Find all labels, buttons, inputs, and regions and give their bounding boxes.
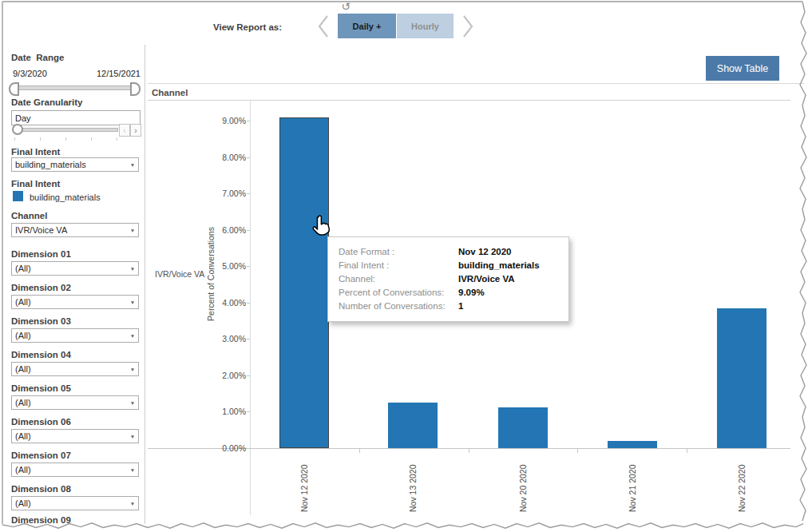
plot-left-border [250, 101, 251, 515]
date-granularity-slider[interactable] [13, 128, 118, 132]
x-axis-label: Nov 12 2020 [299, 451, 309, 512]
date-granularity-slider-handle[interactable] [12, 124, 23, 135]
channel-select[interactable]: IVR/Voice VA ▼ [11, 223, 139, 237]
tooltip-value: 9.09% [458, 286, 560, 300]
tooltip-row: Number of Conversations:1 [339, 300, 560, 313]
tooltip-label: Number of Conversations: [339, 300, 458, 313]
dimension-06-select[interactable]: (All)▼ [11, 429, 139, 443]
daily-toggle-button[interactable]: Daily + [338, 14, 396, 38]
channel-value: IVR/Voice VA [12, 225, 127, 235]
tooltip-value: 1 [458, 300, 560, 313]
y-tick-label: 8.00% [209, 153, 246, 162]
dimension-04-label: Dimension 04 [11, 350, 71, 359]
tooltip-row: Percent of Conversations:9.09% [339, 286, 560, 300]
final-intent-filter-label: Final Intent [11, 147, 60, 157]
chevron-down-icon: ▼ [127, 266, 138, 272]
previous-view-chevron-icon[interactable] [316, 14, 331, 39]
show-table-button[interactable]: Show Table [706, 56, 779, 81]
chart-title: Channel [152, 88, 188, 97]
tooltip-row: Channel:IVR/Voice VA [339, 272, 560, 286]
dimension-value: (All) [12, 431, 127, 441]
dimension-05-select[interactable]: (All)▼ [11, 395, 139, 410]
tooltip-value: building_materials [458, 259, 560, 272]
chart-title-underline [148, 100, 790, 101]
y-tick-mark [247, 266, 250, 267]
dimension-01-label: Dimension 01 [11, 249, 71, 259]
granularity-prev-button[interactable]: ‹ [119, 124, 130, 137]
x-axis-label: Nov 21 2020 [628, 451, 637, 512]
date-range-start-handle[interactable] [9, 82, 19, 96]
slider-tick [40, 137, 41, 141]
hand-cursor-icon [309, 214, 333, 240]
y-tick-label: 5.00% [209, 261, 246, 271]
hourly-toggle-button[interactable]: Hourly [397, 14, 454, 38]
date-range-slider[interactable] [13, 85, 135, 90]
slider-tick [65, 137, 66, 141]
tooltip-label: Date Format : [339, 245, 458, 259]
dimension-03-select[interactable]: (All)▼ [11, 328, 139, 343]
y-tick-label: 0.00% [209, 443, 246, 453]
dashboard: View Report as: ↺ Daily + Hourly Show Ta… [0, 0, 812, 532]
row-label: IVR/Voice VA [155, 269, 204, 279]
dimension-value: (All) [12, 498, 127, 508]
bar-nov-13-2020[interactable] [388, 403, 438, 448]
y-tick-label: 2.00% [209, 371, 246, 380]
x-axis-label: Nov 20 2020 [518, 451, 528, 512]
sidebar-divider [145, 45, 145, 524]
granularity-next-button[interactable]: › [130, 124, 141, 137]
final-intent-select[interactable]: building_materials ▼ [11, 157, 139, 172]
y-tick-mark [247, 230, 250, 231]
final-intent-legend-title: Final Intent [11, 179, 60, 189]
chevron-down-icon: ▼ [127, 367, 138, 372]
dimension-07-select[interactable]: (All)▼ [11, 463, 139, 477]
dimension-value: (All) [12, 297, 127, 307]
tooltip-row: Final Intent :building_materials [339, 259, 560, 272]
y-tick-mark [247, 121, 250, 121]
legend-swatch[interactable] [13, 191, 23, 201]
x-boundary-tick [469, 449, 469, 453]
next-view-chevron-icon[interactable] [461, 14, 475, 39]
view-report-as-label: View Report as: [213, 22, 282, 32]
date-granularity-label: Date Granularity [11, 97, 82, 107]
chevron-down-icon: ▼ [127, 333, 138, 339]
dimension-value: (All) [12, 364, 127, 374]
bar-nov-21-2020[interactable] [608, 441, 657, 448]
tooltip-value: Nov 12 2020 [458, 245, 560, 259]
chevron-down-icon: ▼ [127, 400, 138, 406]
dimension-09-label: Dimension 09 [11, 515, 71, 525]
dimension-value: (All) [12, 465, 127, 474]
refresh-icon[interactable]: ↺ [339, 0, 353, 13]
y-tick-mark [247, 193, 250, 194]
dimension-06-label: Dimension 06 [11, 417, 71, 427]
dimension-02-label: Dimension 02 [11, 283, 71, 292]
legend-item-label: building_materials [30, 193, 101, 202]
dimension-value: (All) [12, 398, 127, 407]
date-range-end-handle[interactable] [130, 82, 141, 96]
bar-nov-22-2020[interactable] [717, 308, 766, 448]
x-boundary-tick [359, 449, 360, 453]
slider-tick [117, 137, 117, 141]
x-boundary-tick [577, 449, 578, 453]
bar-nov-20-2020[interactable] [498, 407, 548, 448]
y-tick-label: 3.00% [209, 334, 246, 343]
y-tick-mark [247, 411, 250, 412]
y-tick-label: 1.00% [209, 407, 246, 416]
dimension-08-select[interactable]: (All)▼ [11, 496, 139, 510]
dimension-02-select[interactable]: (All)▼ [11, 295, 139, 309]
slider-tick [91, 137, 92, 141]
top-divider [148, 83, 804, 84]
date-range-end: 12/15/2021 [85, 69, 141, 78]
dimension-01-select[interactable]: (All)▼ [11, 261, 139, 276]
dimension-04-select[interactable]: (All)▼ [11, 362, 139, 376]
chevron-down-icon: ▼ [127, 501, 138, 506]
y-tick-label: 7.00% [209, 189, 246, 198]
bar-nov-12-2020[interactable] [279, 117, 329, 448]
tooltip-label: Percent of Conversations: [339, 286, 458, 300]
channel-filter-label: Channel [11, 211, 47, 220]
y-tick-label: 6.00% [209, 225, 246, 235]
chevron-down-icon: ▼ [127, 162, 138, 168]
y-tick-label: 9.00% [209, 116, 246, 125]
date-range-label: Date Range [11, 53, 64, 62]
x-axis-label: Nov 22 2020 [737, 451, 747, 512]
x-boundary-tick [687, 449, 687, 453]
